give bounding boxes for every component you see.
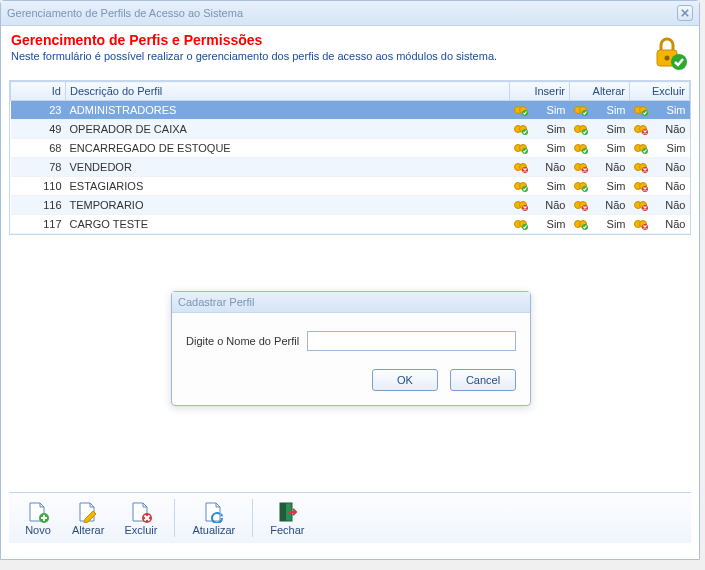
table-row[interactable]: 110ESTAGIARIOSSimSimNão	[11, 177, 690, 196]
cell-desc: ENCARREGADO DE ESTOQUE	[66, 139, 510, 158]
col-insert[interactable]: Inserir	[510, 82, 570, 101]
cell-update: Não	[570, 158, 630, 177]
toolbar: Novo Alterar Excluir Atualizar Fec	[9, 492, 691, 543]
cell-desc: TEMPORARIO	[66, 196, 510, 215]
people-x-icon	[514, 198, 528, 212]
people-check-icon	[514, 141, 528, 155]
document-refresh-icon	[200, 500, 228, 524]
refresh-button[interactable]: Atualizar	[183, 497, 244, 539]
toolbar-separator	[174, 499, 175, 537]
table-row[interactable]: 49OPERADOR DE CAIXASimSimNão	[11, 120, 690, 139]
people-check-icon	[574, 122, 588, 136]
svg-point-1	[665, 56, 670, 61]
cell-desc: VENDEDOR	[66, 158, 510, 177]
page-title: Gerencimento de Perfis e Permissões	[11, 32, 497, 48]
people-x-icon	[574, 160, 588, 174]
cell-id: 116	[11, 196, 66, 215]
cell-insert: Não	[510, 196, 570, 215]
cell-desc: ESTAGIARIOS	[66, 177, 510, 196]
table-row[interactable]: 68ENCARREGADO DE ESTOQUESimSimSim	[11, 139, 690, 158]
ok-button[interactable]: OK	[372, 369, 438, 391]
cell-insert: Sim	[510, 139, 570, 158]
lock-check-icon	[649, 32, 689, 72]
new-button[interactable]: Novo	[15, 497, 61, 539]
header-text: Gerencimento de Perfis e Permissões Nest…	[11, 32, 497, 62]
cancel-button[interactable]: Cancel	[450, 369, 516, 391]
table-row[interactable]: 23ADMINISTRADORESSimSimSim	[11, 101, 690, 120]
people-check-icon	[634, 141, 648, 155]
cell-insert: Não	[510, 158, 570, 177]
table-row[interactable]: 117CARGO TESTESimSimNão	[11, 215, 690, 234]
cell-id: 23	[11, 101, 66, 120]
cell-id: 110	[11, 177, 66, 196]
table-row[interactable]: 78VENDEDORNãoNãoNão	[11, 158, 690, 177]
grid: Id Descrição do Perfil Inserir Alterar E…	[9, 80, 691, 235]
cell-update: Não	[570, 196, 630, 215]
people-check-icon	[514, 179, 528, 193]
edit-button[interactable]: Alterar	[63, 497, 113, 539]
dialog-title: Cadastrar Perfil	[178, 296, 254, 308]
table-row[interactable]: 116TEMPORARIONãoNãoNão	[11, 196, 690, 215]
people-check-icon	[574, 141, 588, 155]
edit-label: Alterar	[72, 524, 104, 536]
profile-name-label: Digite o Nome do Perfil	[186, 335, 299, 347]
cell-update: Sim	[570, 120, 630, 139]
people-x-icon	[634, 179, 648, 193]
people-x-icon	[634, 217, 648, 231]
cell-delete: Não	[630, 177, 690, 196]
document-new-icon	[24, 500, 52, 524]
people-x-icon	[574, 198, 588, 212]
cell-delete: Não	[630, 120, 690, 139]
cell-update: Sim	[570, 177, 630, 196]
exit-icon	[273, 500, 301, 524]
cell-delete: Não	[630, 158, 690, 177]
close-label: Fechar	[270, 524, 304, 536]
header: Gerencimento de Perfis e Permissões Nest…	[1, 26, 699, 74]
page-subtitle: Neste formulário é possível realizar o g…	[11, 50, 497, 62]
cell-insert: Sim	[510, 215, 570, 234]
cell-desc: OPERADOR DE CAIXA	[66, 120, 510, 139]
people-check-icon	[634, 103, 648, 117]
register-profile-dialog: Cadastrar Perfil Digite o Nome do Perfil…	[171, 291, 531, 406]
people-x-icon	[634, 198, 648, 212]
people-x-icon	[634, 160, 648, 174]
col-update[interactable]: Alterar	[570, 82, 630, 101]
people-check-icon	[514, 122, 528, 136]
close-button[interactable]: Fechar	[261, 497, 313, 539]
people-x-icon	[514, 160, 528, 174]
main-window: Gerenciamento de Perfils de Acesso ao Si…	[0, 0, 700, 560]
svg-rect-69	[280, 503, 286, 521]
people-x-icon	[634, 122, 648, 136]
cell-delete: Não	[630, 196, 690, 215]
col-delete[interactable]: Excluir	[630, 82, 690, 101]
col-desc[interactable]: Descrição do Perfil	[66, 82, 510, 101]
cell-desc: ADMINISTRADORES	[66, 101, 510, 120]
cell-update: Sim	[570, 139, 630, 158]
cell-delete: Sim	[630, 139, 690, 158]
cell-insert: Sim	[510, 101, 570, 120]
profile-name-input[interactable]	[307, 331, 516, 351]
people-check-icon	[574, 179, 588, 193]
people-check-icon	[574, 217, 588, 231]
window-close-button[interactable]	[677, 5, 693, 21]
cell-id: 117	[11, 215, 66, 234]
close-icon	[681, 9, 689, 17]
toolbar-separator	[252, 499, 253, 537]
col-id[interactable]: Id	[11, 82, 66, 101]
new-label: Novo	[25, 524, 51, 536]
people-check-icon	[574, 103, 588, 117]
cell-id: 68	[11, 139, 66, 158]
cell-insert: Sim	[510, 177, 570, 196]
document-delete-icon	[127, 500, 155, 524]
cell-desc: CARGO TESTE	[66, 215, 510, 234]
cell-id: 49	[11, 120, 66, 139]
refresh-label: Atualizar	[192, 524, 235, 536]
people-check-icon	[514, 103, 528, 117]
people-check-icon	[514, 217, 528, 231]
document-edit-icon	[74, 500, 102, 524]
cell-update: Sim	[570, 215, 630, 234]
delete-label: Excluir	[124, 524, 157, 536]
cell-update: Sim	[570, 101, 630, 120]
delete-button[interactable]: Excluir	[115, 497, 166, 539]
window-title: Gerenciamento de Perfils de Acesso ao Si…	[7, 7, 243, 19]
